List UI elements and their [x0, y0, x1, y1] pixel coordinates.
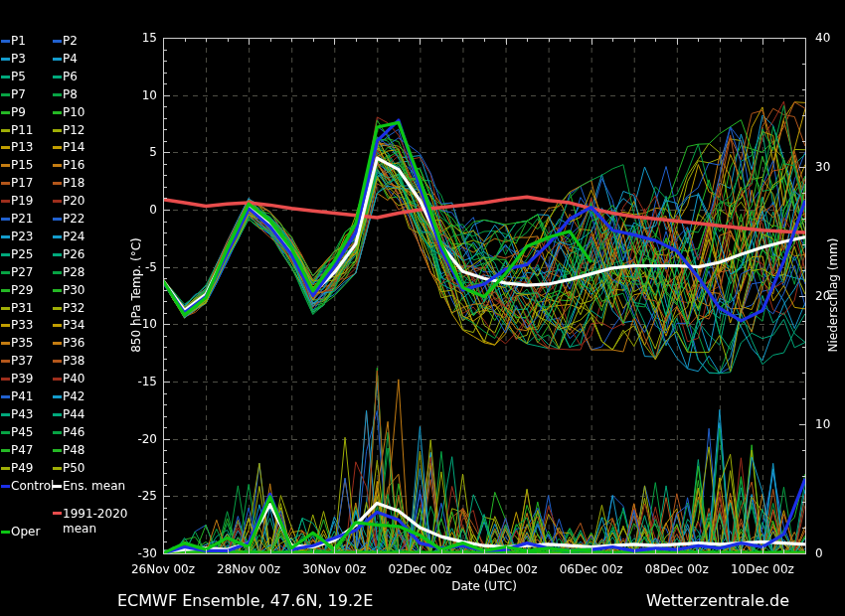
y-tick-label-left: -30 — [103, 546, 157, 560]
legend-color-swatch — [53, 58, 62, 61]
legend-item-label: P27 — [11, 266, 34, 279]
legend-color-swatch — [53, 413, 62, 416]
legend-color-swatch — [1, 289, 10, 292]
legend-item-label: P28 — [63, 266, 85, 279]
legend-color-swatch — [1, 378, 10, 381]
y-tick-label-left: -15 — [103, 375, 157, 388]
legend-item-label: P41 — [11, 390, 34, 403]
legend-item-label: 1991-2020 mean — [63, 507, 134, 537]
legend-color-swatch — [1, 467, 10, 470]
legend-item-label: P2 — [63, 35, 78, 48]
legend-color-swatch — [53, 111, 62, 114]
legend-color-swatch — [53, 324, 62, 327]
legend-color-swatch — [1, 146, 10, 149]
legend-color-swatch — [53, 342, 62, 345]
left-axis-title: 850 hPa Temp. (°C) — [129, 237, 143, 353]
x-tick-label: 06Dec 00z — [552, 562, 631, 576]
legend-color-swatch — [1, 76, 10, 78]
legend-color-swatch — [53, 307, 62, 310]
y-tick-label-right: 30 — [815, 160, 845, 174]
legend-color-swatch — [1, 111, 10, 114]
legend-item-label: P23 — [11, 231, 34, 243]
legend-color-swatch — [1, 395, 10, 398]
legend-color-swatch — [1, 431, 10, 434]
legend-color-swatch — [53, 378, 62, 381]
legend-color-swatch — [53, 76, 62, 78]
legend-color-swatch — [1, 253, 10, 256]
legend-item-label: P44 — [63, 408, 85, 421]
legend-item-label: P19 — [11, 195, 34, 208]
legend-item-label: P42 — [63, 390, 85, 403]
x-tick-label: 04Dec 00z — [466, 562, 546, 576]
legend-color-swatch — [1, 218, 10, 221]
legend-item-label: P47 — [11, 444, 34, 457]
legend-item-label: P21 — [11, 213, 34, 226]
legend-item-label: P25 — [11, 248, 34, 261]
legend-color-swatch — [1, 307, 10, 310]
legend-item-label: P16 — [63, 159, 85, 172]
legend-item-label: Oper — [11, 526, 40, 539]
legend-item-label: P18 — [63, 177, 85, 190]
legend-color-swatch — [1, 58, 10, 61]
legend-item-label: P15 — [11, 159, 34, 172]
legend-color-swatch — [1, 449, 10, 452]
y-tick-label-right: 40 — [815, 31, 845, 45]
legend-item-label: P35 — [11, 337, 34, 350]
x-tick-label: 02Dec 00z — [380, 562, 459, 576]
legend-color-swatch — [53, 164, 62, 167]
legend-item-label: P31 — [11, 302, 34, 315]
legend-color-swatch — [1, 485, 10, 488]
legend-item-label: P24 — [63, 231, 85, 243]
footer-site-name: Wetterzentrale.de — [646, 591, 789, 610]
y-tick-label-left: -25 — [103, 489, 157, 503]
legend-item-label: P5 — [11, 71, 26, 83]
footer-model-info: ECMWF Ensemble, 47.6N, 19.2E — [117, 591, 373, 610]
legend-item-label: P50 — [63, 462, 85, 475]
legend-item-label: P4 — [63, 53, 78, 66]
legend-item-label: P9 — [11, 106, 26, 119]
legend-item-label: P45 — [11, 426, 34, 439]
legend-item-label: P20 — [63, 195, 85, 208]
legend-color-swatch — [1, 342, 10, 345]
legend-item-label: P43 — [11, 408, 34, 421]
y-tick-label-left: 10 — [103, 88, 157, 102]
x-tick-label: 30Nov 00z — [294, 562, 374, 576]
legend-color-swatch — [1, 413, 10, 416]
legend-item-label: P29 — [11, 284, 34, 297]
legend-color-swatch — [1, 40, 10, 43]
legend-item-label: P48 — [63, 444, 85, 457]
legend-color-swatch — [53, 271, 62, 274]
legend-item-label: P6 — [63, 71, 78, 83]
legend-color-swatch — [53, 289, 62, 292]
legend-color-swatch — [53, 146, 62, 149]
legend-color-swatch — [53, 40, 62, 43]
legend-item-label: P38 — [63, 355, 85, 368]
legend-color-swatch — [53, 129, 62, 132]
legend-color-swatch — [53, 449, 62, 452]
legend-item-label: P39 — [11, 373, 34, 385]
legend-item-label: P17 — [11, 177, 34, 190]
legend-item-label: P13 — [11, 141, 34, 154]
legend-item-label: P40 — [63, 373, 85, 385]
legend-color-swatch — [53, 235, 62, 238]
legend-item-label: P46 — [63, 426, 85, 439]
ensemble-meteogram-figure: Budapest (HU) 850 hPa Temp. & Niederschl… — [0, 0, 845, 616]
y-tick-label-left: 15 — [103, 31, 157, 45]
x-tick-label: 08Dec 00z — [637, 562, 717, 576]
legend-item-label: P36 — [63, 337, 85, 350]
right-axis-title: Niederschlag (mm) — [826, 238, 840, 353]
legend-item-label: P22 — [63, 213, 85, 226]
legend-color-swatch — [53, 182, 62, 185]
x-tick-label: 10Dec 00z — [723, 562, 802, 576]
x-tick-label: 28Nov 00z — [209, 562, 288, 576]
legend-color-swatch — [53, 253, 62, 256]
legend-item-label: P49 — [11, 462, 34, 475]
y-tick-label-left: 5 — [103, 145, 157, 159]
legend-color-swatch — [1, 164, 10, 167]
legend-color-swatch — [1, 360, 10, 363]
legend-color-swatch — [53, 395, 62, 398]
legend-item-label: P1 — [11, 35, 26, 48]
legend-item-label: P14 — [63, 141, 85, 154]
y-tick-label-right: 10 — [815, 417, 845, 431]
legend-item-label: P12 — [63, 124, 85, 137]
